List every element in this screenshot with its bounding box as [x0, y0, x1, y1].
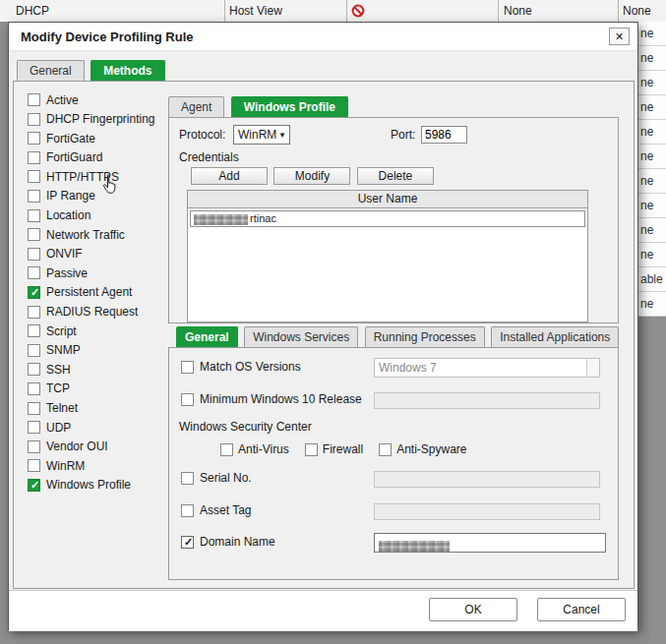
domain-name-field[interactable]	[374, 533, 606, 553]
security-option[interactable]: Firewall	[305, 442, 363, 456]
method-item[interactable]: Windows Profile	[28, 479, 155, 492]
tab-windows-profile[interactable]: Windows Profile	[231, 96, 348, 117]
close-icon[interactable]: ✕	[609, 28, 630, 45]
method-checkbox[interactable]	[28, 266, 40, 279]
match-os-checkbox[interactable]	[181, 361, 194, 374]
ok-button[interactable]: OK	[429, 598, 517, 621]
method-checkbox[interactable]	[28, 421, 40, 434]
security-option[interactable]: Anti-Spyware	[379, 442, 466, 456]
method-item[interactable]: SNMP	[28, 344, 155, 357]
method-checkbox[interactable]	[28, 286, 40, 299]
min-win10-row[interactable]: Minimum Windows 10 Release	[181, 392, 362, 406]
serial-row[interactable]: Serial No.	[181, 471, 252, 485]
method-label: Windows Profile	[46, 478, 131, 492]
method-checkbox[interactable]	[28, 344, 40, 357]
delete-button[interactable]: Delete	[357, 167, 434, 185]
security-center-options: Anti-Virus Firewall Anti-Spyware	[220, 442, 467, 456]
asset-tag-row[interactable]: Asset Tag	[181, 503, 251, 517]
method-checkbox[interactable]	[28, 209, 40, 222]
method-checkbox[interactable]	[28, 248, 40, 261]
method-checkbox[interactable]	[28, 306, 40, 319]
method-item[interactable]: ONVIF	[28, 248, 155, 261]
method-item[interactable]: FortiGate	[28, 132, 155, 145]
tab-running-processes[interactable]: Running Processes	[365, 326, 485, 347]
port-input[interactable]	[421, 126, 467, 144]
method-checkbox[interactable]	[28, 382, 40, 395]
method-label: TCP	[46, 381, 70, 395]
profile-general-form: Match OS Versions Windows 7 Minimum Wind…	[168, 347, 619, 580]
method-item[interactable]: Script	[28, 324, 155, 337]
method-item[interactable]: DHCP Fingerprinting	[28, 113, 155, 126]
method-label: DHCP Fingerprinting	[46, 112, 155, 126]
method-checkbox[interactable]	[28, 93, 40, 106]
method-checkbox[interactable]	[28, 459, 40, 472]
method-item[interactable]: Telnet	[28, 402, 155, 415]
method-checkbox[interactable]	[28, 440, 40, 453]
method-label: Network Traffic	[46, 228, 125, 242]
tab-profile-general[interactable]: General	[176, 326, 238, 347]
asset-tag-field	[374, 503, 600, 520]
domain-name-checkbox[interactable]	[181, 536, 194, 549]
match-os-row[interactable]: Match OS Versions	[181, 360, 301, 374]
method-checkbox[interactable]	[28, 479, 40, 492]
method-item[interactable]: Persistent Agent	[28, 286, 155, 299]
chevron-down-icon: ▼	[278, 131, 289, 140]
method-item[interactable]: Vendor OUI	[28, 440, 155, 453]
security-option[interactable]: Anti-Virus	[220, 442, 289, 456]
method-item[interactable]: SSH	[28, 363, 155, 376]
protocol-label: Protocol:	[179, 128, 225, 142]
method-item[interactable]: IP Range	[28, 190, 155, 203]
method-checkbox[interactable]	[28, 363, 40, 376]
serial-checkbox[interactable]	[181, 472, 194, 485]
security-option-checkbox[interactable]	[220, 443, 233, 456]
method-detail-tab-bar: Agent Windows Profile	[168, 96, 350, 117]
method-item[interactable]: TCP	[28, 382, 155, 395]
column-divider	[346, 0, 347, 22]
method-item[interactable]: Network Traffic	[28, 228, 155, 241]
bg-cell-none2: None	[623, 4, 651, 18]
dialog-footer: OK Cancel	[9, 590, 637, 631]
user-name-column-header: User Name	[188, 191, 587, 208]
method-checkbox[interactable]	[28, 151, 40, 164]
methods-panel: Active DHCP Fingerprinting FortiGate	[13, 81, 635, 589]
method-item[interactable]: Active	[28, 93, 155, 106]
method-item[interactable]: Passive	[28, 266, 155, 279]
method-item[interactable]: WinRM	[28, 459, 155, 472]
user-name-row[interactable]: rtinac	[190, 210, 585, 227]
credentials-label: Credentials	[179, 150, 239, 164]
security-option-label: Anti-Virus	[238, 442, 289, 456]
protocol-select[interactable]: WinRM ▼	[233, 125, 290, 145]
method-item[interactable]: HTTP/HTTPS	[28, 170, 155, 183]
tab-general[interactable]: General	[17, 60, 85, 81]
cancel-button[interactable]: Cancel	[537, 598, 626, 621]
method-item[interactable]: FortiGuard	[28, 151, 155, 164]
security-option-checkbox[interactable]	[305, 443, 318, 456]
method-checkbox[interactable]	[28, 228, 40, 241]
domain-name-row[interactable]: Domain Name	[181, 535, 275, 549]
method-checkbox[interactable]	[28, 170, 40, 183]
security-option-checkbox[interactable]	[379, 443, 392, 456]
method-item[interactable]: Location	[28, 209, 155, 222]
method-checkbox[interactable]	[28, 132, 40, 145]
cursor-hand-icon	[102, 174, 119, 195]
asset-tag-checkbox[interactable]	[181, 504, 194, 517]
min-win10-checkbox[interactable]	[181, 393, 194, 406]
method-checkbox[interactable]	[28, 113, 40, 126]
tab-installed-applications[interactable]: Installed Applications	[491, 326, 619, 347]
method-label: Active	[46, 93, 79, 107]
add-button[interactable]: Add	[191, 167, 268, 185]
security-option-label: Firewall	[323, 442, 363, 456]
method-checkbox[interactable]	[28, 324, 40, 337]
tab-methods[interactable]: Methods	[91, 60, 164, 81]
windows-profile-connection-box: Protocol: WinRM ▼ Port: Credentials Add …	[168, 117, 619, 323]
tab-agent[interactable]: Agent	[168, 96, 224, 117]
method-checkbox[interactable]	[28, 190, 40, 203]
modify-button[interactable]: Modify	[273, 167, 350, 185]
method-item[interactable]: UDP	[28, 421, 155, 434]
dialog-title: Modify Device Profiling Rule	[21, 29, 194, 44]
method-checkbox[interactable]	[28, 402, 40, 415]
method-label: FortiGate	[46, 132, 95, 146]
background-row-fragment: ne	[638, 194, 666, 218]
method-item[interactable]: RADIUS Request	[28, 306, 155, 319]
tab-windows-services[interactable]: Windows Services	[244, 326, 358, 347]
